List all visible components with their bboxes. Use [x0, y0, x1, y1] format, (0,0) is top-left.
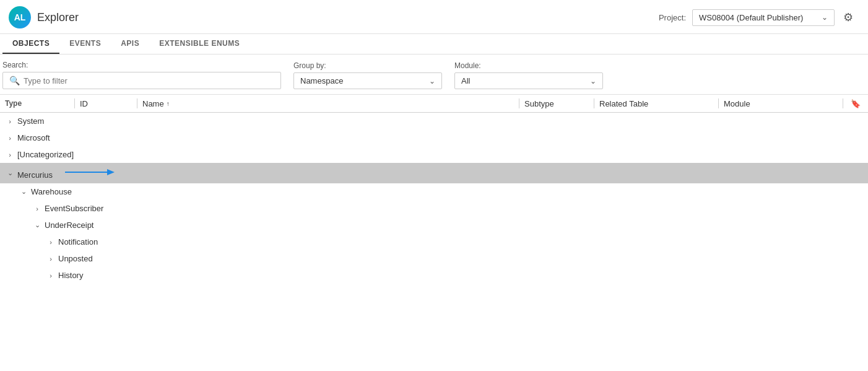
table-row[interactable]: ⌄ Warehouse	[0, 183, 868, 200]
header-left: AL Explorer	[9, 6, 79, 28]
search-label: Search:	[2, 61, 281, 69]
table-row[interactable]: › [Uncategorized]	[0, 146, 868, 163]
col-header-name-wrap[interactable]: Name ↑	[137, 99, 519, 108]
module-group: Module: All ⌄	[454, 61, 603, 89]
search-input[interactable]	[24, 76, 274, 85]
groupby-value: Namespace	[300, 76, 343, 85]
tab-bar: OBJECTS EVENTS APIS EXTENSIBLE ENUMS	[0, 34, 868, 55]
row-name: Mercurius	[17, 167, 868, 180]
row-name: Notification	[58, 237, 868, 247]
search-group: Search: 🔍	[2, 61, 281, 89]
row-content: ⌄ Mercurius	[0, 167, 868, 180]
table-header: Type ID Name ↑ Subtype Related Table Mod…	[0, 95, 868, 113]
chevron-icon: ⌄	[5, 169, 15, 177]
svg-marker-1	[107, 169, 115, 175]
table-row[interactable]: › History	[0, 267, 868, 284]
settings-button[interactable]: ⚙	[841, 8, 856, 27]
table-row[interactable]: › System	[0, 113, 868, 129]
module-dropdown[interactable]: All ⌄	[454, 72, 603, 89]
col-header-type[interactable]: Type	[5, 99, 22, 108]
col-header-name: Name	[142, 99, 164, 108]
table-body: › System › Microsoft › [Uncategorized] ⌄…	[0, 113, 868, 371]
tab-extensible-enums[interactable]: EXTENSIBLE ENUMS	[149, 34, 250, 54]
groupby-label: Group by:	[293, 61, 442, 70]
sort-asc-icon: ↑	[167, 100, 170, 107]
groupby-dropdown[interactable]: Namespace ⌄	[293, 72, 442, 89]
row-content: › History	[0, 271, 868, 280]
project-chevron-icon: ⌄	[822, 13, 828, 22]
avatar: AL	[9, 6, 31, 28]
chevron-icon: ›	[32, 205, 42, 212]
project-dropdown[interactable]: WS08004 (Default Publisher) ⌄	[692, 9, 835, 26]
row-content: › Notification	[0, 237, 868, 247]
col-header-related-wrap[interactable]: Related Table	[594, 99, 718, 108]
col-header-module: Module	[724, 99, 750, 108]
col-header-subtype-wrap[interactable]: Subtype	[519, 99, 594, 108]
row-content: ⌄ Warehouse	[0, 187, 868, 196]
row-content: › EventSubscriber	[0, 204, 868, 213]
filters-row: Search: 🔍 Group by: Namespace ⌄ Module: …	[0, 55, 868, 95]
module-chevron-icon: ⌄	[590, 77, 596, 85]
project-label: Project:	[659, 13, 686, 22]
chevron-icon: ›	[46, 255, 56, 263]
app-header: AL Explorer Project: WS08004 (Default Pu…	[0, 0, 868, 34]
arrow-indicator	[65, 167, 115, 180]
table-row[interactable]: › Notification	[0, 234, 868, 250]
row-content: ⌄ UnderReceipt	[0, 220, 868, 230]
module-value: All	[461, 76, 470, 85]
project-value: WS08004 (Default Publisher)	[699, 13, 803, 22]
row-name: EventSubscriber	[45, 204, 868, 213]
col-header-subtype: Subtype	[524, 99, 554, 108]
module-label: Module:	[454, 61, 603, 70]
row-content: › [Uncategorized]	[0, 150, 868, 159]
arrow-svg	[65, 167, 115, 178]
col-header-related: Related Table	[599, 99, 648, 108]
header-right: Project: WS08004 (Default Publisher) ⌄ ⚙	[659, 8, 856, 27]
table-row[interactable]: ⌄ UnderReceipt	[0, 217, 868, 234]
chevron-icon: ›	[46, 272, 56, 279]
table-row[interactable]: › EventSubscriber	[0, 200, 868, 217]
row-name: Microsoft	[17, 133, 868, 142]
table-row[interactable]: › Microsoft	[0, 129, 868, 146]
bookmark-header-icon: 🔖	[851, 99, 861, 108]
tab-apis[interactable]: APIS	[111, 34, 149, 54]
row-name: Unposted	[58, 254, 868, 263]
tab-objects[interactable]: OBJECTS	[2, 34, 59, 54]
chevron-icon: ›	[5, 134, 15, 142]
search-icon: 🔍	[9, 76, 20, 85]
row-content: › Microsoft	[0, 133, 868, 142]
col-header-module-wrap[interactable]: Module	[719, 99, 843, 108]
tab-events[interactable]: EVENTS	[59, 34, 111, 54]
col-header-bookmark: 🔖	[843, 99, 868, 108]
col-header-id-wrap[interactable]: ID	[75, 99, 137, 108]
row-content: › System	[0, 116, 868, 126]
app-title: Explorer	[37, 11, 79, 24]
chevron-icon: ›	[5, 118, 15, 125]
chevron-icon: ›	[5, 151, 15, 159]
col-header-id: ID	[80, 99, 88, 108]
groupby-group: Group by: Namespace ⌄	[293, 61, 442, 89]
row-content: › Unposted	[0, 254, 868, 263]
table-row[interactable]: ⌄ Mercurius	[0, 163, 868, 183]
row-name: History	[58, 271, 868, 280]
row-name: System	[17, 116, 868, 126]
search-input-wrap[interactable]: 🔍	[2, 72, 281, 89]
gear-icon: ⚙	[843, 11, 853, 24]
row-name: Warehouse	[31, 187, 868, 196]
row-name: [Uncategorized]	[17, 150, 868, 159]
table-row[interactable]: › Unposted	[0, 250, 868, 267]
chevron-icon: ›	[46, 238, 56, 246]
row-name: UnderReceipt	[45, 220, 868, 230]
groupby-chevron-icon: ⌄	[429, 77, 435, 85]
chevron-icon: ⌄	[32, 221, 42, 229]
chevron-icon: ⌄	[19, 188, 28, 196]
